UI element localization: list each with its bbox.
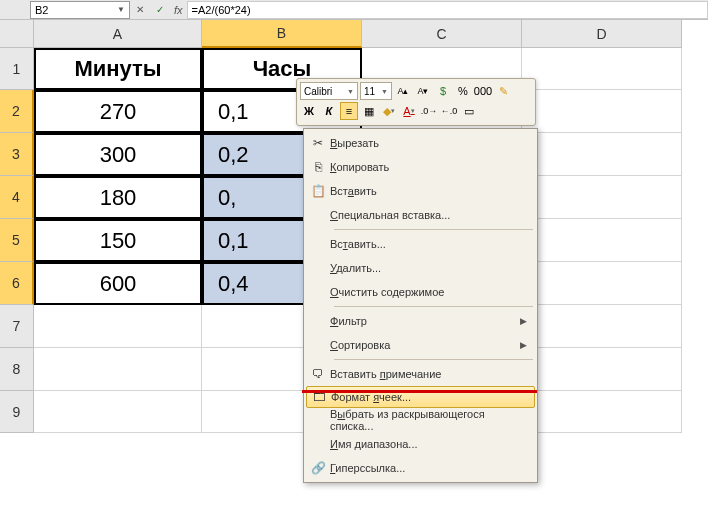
cell-D5[interactable] — [522, 219, 682, 262]
cell-A7[interactable] — [34, 305, 202, 348]
column-header-C[interactable]: C — [362, 20, 522, 48]
menu-label: Имя диапазона... — [330, 438, 527, 450]
menu-item-сортировка[interactable]: Сортировка▶ — [306, 333, 535, 357]
cell-D9[interactable] — [522, 391, 682, 433]
submenu-arrow-icon: ▶ — [520, 316, 527, 326]
name-box[interactable]: B2 ▼ — [30, 1, 130, 19]
menu-label: Вставить... — [330, 238, 527, 250]
formula-input[interactable]: =A2/(60*24) — [187, 1, 708, 19]
menu-item-вставить-[interactable]: Вставить... — [306, 232, 535, 256]
font-selector[interactable]: Calibri▼ — [300, 82, 358, 100]
menu-item-вставить[interactable]: 📋Вставить — [306, 179, 535, 203]
currency-icon[interactable]: $ — [434, 82, 452, 100]
cell-A9[interactable] — [34, 391, 202, 433]
menu-label: Вырезать — [330, 137, 527, 149]
menu-label: Специальная вставка... — [330, 209, 527, 221]
cell-A6[interactable]: 600 — [34, 262, 202, 305]
menu-item-имя-диапазона-[interactable]: Имя диапазона... — [306, 432, 535, 456]
grow-font-icon[interactable]: A▴ — [394, 82, 412, 100]
font-color-icon[interactable]: A▾ — [400, 102, 418, 120]
submenu-arrow-icon: ▶ — [520, 340, 527, 350]
menu-separator — [334, 229, 533, 230]
blank-icon — [306, 408, 330, 432]
cancel-icon[interactable]: ✕ — [131, 1, 149, 19]
align-center-button[interactable]: ≡ — [340, 102, 358, 120]
italic-button[interactable]: К — [320, 102, 338, 120]
menu-label: Вставить — [330, 185, 527, 197]
row-header-6[interactable]: 6 — [0, 262, 34, 305]
row-header-9[interactable]: 9 — [0, 391, 34, 433]
cell-A8[interactable] — [34, 348, 202, 391]
menu-label: Сортировка — [330, 339, 520, 351]
cell-D7[interactable] — [522, 305, 682, 348]
percent-icon[interactable]: % — [454, 82, 472, 100]
borders-icon[interactable]: ▦ — [360, 102, 378, 120]
select-all-corner[interactable] — [0, 20, 34, 48]
cell-D4[interactable] — [522, 176, 682, 219]
row-header-1[interactable]: 1 — [0, 48, 34, 90]
shrink-font-icon[interactable]: A▾ — [414, 82, 432, 100]
menu-separator — [334, 359, 533, 360]
menu-label: Удалить... — [330, 262, 527, 274]
fill-color-icon[interactable]: ◆▾ — [380, 102, 398, 120]
format-painter-icon[interactable]: ✎ — [494, 82, 512, 100]
menu-item-гиперссылка-[interactable]: 🔗Гиперссылка... — [306, 456, 535, 480]
row-header-2[interactable]: 2 — [0, 90, 34, 133]
bold-button[interactable]: Ж — [300, 102, 318, 120]
menu-item-вставить-примечание[interactable]: 🗨Вставить примечание — [306, 362, 535, 386]
row-headers: 123456789 — [0, 48, 34, 433]
cell-A5[interactable]: 150 — [34, 219, 202, 262]
copy-icon: ⎘ — [306, 155, 330, 179]
column-headers: ABCD — [34, 20, 682, 48]
menu-label: Фильтр — [330, 315, 520, 327]
blank-icon — [306, 232, 330, 256]
menu-item-копировать[interactable]: ⎘Копировать — [306, 155, 535, 179]
menu-item-вырезать[interactable]: ✂Вырезать — [306, 131, 535, 155]
column-header-A[interactable]: A — [34, 20, 202, 48]
mini-toolbar: Calibri▼ 11▼ A▴ A▾ $ % 000 ✎ Ж К ≡ ▦ ◆▾ … — [296, 78, 536, 126]
merge-cells-icon[interactable]: ▭ — [460, 102, 478, 120]
dropdown-arrow-icon[interactable]: ▼ — [117, 5, 125, 14]
name-box-value: B2 — [35, 4, 48, 16]
decrease-decimal-icon[interactable]: .0→ — [420, 102, 438, 120]
blank-icon — [306, 309, 330, 333]
blank-icon — [306, 280, 330, 304]
cell-D2[interactable] — [522, 90, 682, 133]
menu-item-специальная-вставка-[interactable]: Специальная вставка... — [306, 203, 535, 227]
menu-item-фильтр[interactable]: Фильтр▶ — [306, 309, 535, 333]
blank-icon — [306, 432, 330, 456]
column-header-D[interactable]: D — [522, 20, 682, 48]
column-header-B[interactable]: B — [202, 20, 362, 48]
menu-label: Очистить содержимое — [330, 286, 527, 298]
comma-style-icon[interactable]: 000 — [474, 82, 492, 100]
cell-D1[interactable] — [522, 48, 682, 90]
menu-separator — [334, 306, 533, 307]
font-size-selector[interactable]: 11▼ — [360, 82, 392, 100]
comment-icon: 🗨 — [306, 362, 330, 386]
row-header-3[interactable]: 3 — [0, 133, 34, 176]
context-menu: ✂Вырезать⎘Копировать📋ВставитьСпециальная… — [303, 128, 538, 483]
row-header-4[interactable]: 4 — [0, 176, 34, 219]
blank-icon — [306, 203, 330, 227]
menu-label: Копировать — [330, 161, 527, 173]
menu-item-очистить-содержимое[interactable]: Очистить содержимое — [306, 280, 535, 304]
cell-A4[interactable]: 180 — [34, 176, 202, 219]
cell-D3[interactable] — [522, 133, 682, 176]
link-icon: 🔗 — [306, 456, 330, 480]
row-header-5[interactable]: 5 — [0, 219, 34, 262]
row-header-7[interactable]: 7 — [0, 305, 34, 348]
blank-icon — [306, 256, 330, 280]
cut-icon: ✂ — [306, 131, 330, 155]
fx-icon[interactable]: fx — [174, 4, 183, 16]
menu-item-удалить-[interactable]: Удалить... — [306, 256, 535, 280]
cell-D8[interactable] — [522, 348, 682, 391]
cell-A3[interactable]: 300 — [34, 133, 202, 176]
cell-A2[interactable]: 270 — [34, 90, 202, 133]
increase-decimal-icon[interactable]: ←.0 — [440, 102, 458, 120]
confirm-icon[interactable]: ✓ — [151, 1, 169, 19]
cell-A1[interactable]: Минуты — [34, 48, 202, 90]
formula-bar: B2 ▼ ✕ ✓ fx =A2/(60*24) — [0, 0, 708, 20]
menu-item-выбрать-из-раскрывающегося-списка-[interactable]: Выбрать из раскрывающегося списка... — [306, 408, 535, 432]
row-header-8[interactable]: 8 — [0, 348, 34, 391]
cell-D6[interactable] — [522, 262, 682, 305]
